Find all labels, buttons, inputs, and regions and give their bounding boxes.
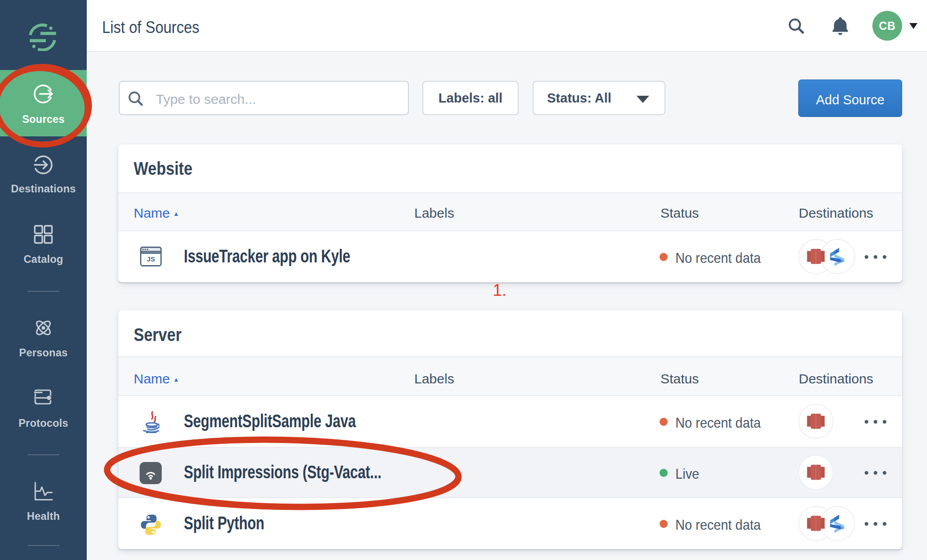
svg-text:JS: JS — [147, 255, 155, 263]
